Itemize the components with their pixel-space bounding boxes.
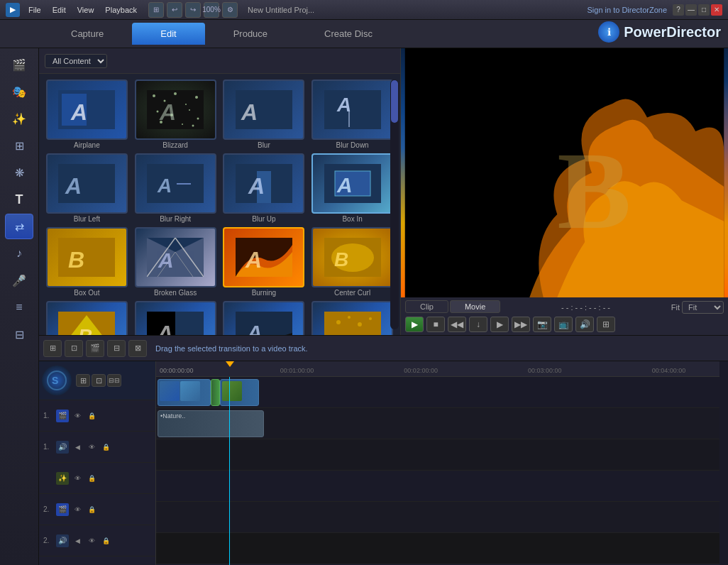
track-header-text: T 🔒 xyxy=(39,556,155,565)
track-mute-2a[interactable]: 👁 xyxy=(86,535,97,547)
tab-edit[interactable]: Edit xyxy=(132,23,204,45)
preview-tv-btn[interactable]: 📺 xyxy=(554,317,573,332)
sidebar-btn-title[interactable]: T xyxy=(5,187,33,212)
transition-blur-down[interactable]: A Blur Down xyxy=(310,79,395,149)
track-eye-fx[interactable]: 👁 xyxy=(72,473,83,484)
sidebar-btn-transitions[interactable]: ⇄ xyxy=(5,214,33,239)
preview-play-btn[interactable]: ▶ xyxy=(405,317,424,332)
transition-broken-glass[interactable]: A Broken Glass xyxy=(133,227,218,297)
minimize-btn[interactable]: — xyxy=(685,4,697,16)
sidebar-btn-room[interactable]: 🎭 xyxy=(5,79,33,104)
track-eye-1v[interactable]: 👁 xyxy=(72,410,83,422)
sign-in-link[interactable]: Sign in to DirectorZone xyxy=(588,6,668,14)
track-eye-2a[interactable]: ◀ xyxy=(72,535,83,547)
menu-file[interactable]: File xyxy=(24,4,45,16)
track-lock-fx[interactable]: 🔒 xyxy=(86,473,97,484)
clip-1a[interactable] xyxy=(158,379,211,406)
preview-next-frame-btn[interactable]: ▶ xyxy=(490,317,509,332)
transition-airplane[interactable]: A Airplane xyxy=(45,79,129,149)
timeline-tool-btns: ⊞ ⊡ ⊟⊟ xyxy=(76,374,121,387)
sidebar-btn-pip[interactable]: ⊞ xyxy=(5,133,33,158)
track-eye-2v[interactable]: 👁 xyxy=(72,504,83,515)
transition-item-16[interactable] xyxy=(310,301,395,335)
transitions-scroll: A Airplane xyxy=(39,74,400,335)
v-scrollbar[interactable] xyxy=(719,361,728,565)
transition-item-15[interactable]: A xyxy=(222,301,307,335)
tl-btn-2[interactable]: ⊡ xyxy=(65,340,83,357)
preview-prev-btn[interactable]: ◀◀ xyxy=(448,317,466,332)
track-lock-1v[interactable]: 🔒 xyxy=(86,410,97,422)
transition-box-in[interactable]: A Box In xyxy=(310,153,395,223)
track-mute-1a[interactable]: 👁 xyxy=(86,441,97,453)
toolbar-btn-1[interactable]: ⊞ xyxy=(148,2,164,18)
preview-audio-btn[interactable]: 🔊 xyxy=(575,317,594,332)
transition-blizzard[interactable]: A Blizzard xyxy=(133,79,218,149)
svg-rect-56 xyxy=(324,312,381,335)
track-num-2v: 2. xyxy=(43,505,53,513)
maximize-btn[interactable]: □ xyxy=(698,4,710,16)
tab-capture[interactable]: Capture xyxy=(43,23,132,45)
transition-item-14[interactable]: A xyxy=(133,301,218,335)
filter-select[interactable]: All Content 2D 3D Special xyxy=(45,54,107,68)
menu-edit[interactable]: Edit xyxy=(48,4,70,16)
clip-thumb-3a xyxy=(222,381,242,401)
clip-1b[interactable] xyxy=(220,379,259,406)
tl-btn-4[interactable]: ⊟ xyxy=(107,340,126,357)
svg-rect-19 xyxy=(324,90,381,129)
tl-btn-3[interactable]: 🎬 xyxy=(86,340,104,357)
transition-blur-left[interactable]: A Blur Left xyxy=(45,153,129,223)
sidebar-btn-voiceover[interactable]: 🎤 xyxy=(5,268,33,293)
transition-item-13[interactable]: B xyxy=(45,301,129,335)
sidebar-btn-effects[interactable]: ✨ xyxy=(5,106,33,131)
tab-produce[interactable]: Produce xyxy=(205,23,296,45)
sidebar-btn-media[interactable]: 🎬 xyxy=(5,52,33,77)
transition-burning[interactable]: A Burning xyxy=(222,227,307,297)
preview-tab-movie[interactable]: Movie xyxy=(450,300,500,313)
svg-point-57 xyxy=(336,320,341,324)
sidebar-btn-audio[interactable]: ♪ xyxy=(5,241,33,266)
toolbar-btn-4[interactable]: 100% xyxy=(204,2,219,18)
clip-audio-1[interactable]: •Nature.. xyxy=(158,410,264,437)
sidebar-btn-chapters[interactable]: ⊟ xyxy=(5,322,33,347)
tl-btn-5[interactable]: ⊠ xyxy=(128,340,147,357)
tl-btn-1[interactable]: ⊞ xyxy=(43,340,62,357)
svg-text:A: A xyxy=(336,173,353,197)
menu-playback[interactable]: Playback xyxy=(101,4,141,16)
close-btn[interactable]: ✕ xyxy=(711,4,722,16)
transition-label-blur-right: Blur Right xyxy=(160,215,191,223)
tl-tool-3[interactable]: ⊟⊟ xyxy=(107,374,121,387)
preview-tab-clip[interactable]: Clip xyxy=(405,300,448,313)
preview-buttons: ▶ ■ ◀◀ ↓ ▶ ▶▶ 📷 📺 🔊 ⊞ xyxy=(405,317,724,332)
drag-hint: Drag the selected transition to a video … xyxy=(155,344,308,353)
tl-tool-2[interactable]: ⊡ xyxy=(92,374,106,387)
clip-transition-1[interactable] xyxy=(211,379,220,406)
tl-tool-1[interactable]: ⊞ xyxy=(76,374,90,387)
transition-blur[interactable]: A Blur xyxy=(222,79,307,149)
transition-blur-right[interactable]: A Blur Right xyxy=(133,153,218,223)
help-btn[interactable]: ? xyxy=(673,4,684,16)
track-eye-1a[interactable]: ◀ xyxy=(72,441,83,453)
preview-snapshot-btn[interactable]: 📷 xyxy=(533,317,551,332)
toolbar-btn-5[interactable]: ⚙ xyxy=(222,2,238,18)
transition-center-curl[interactable]: B Center Curl xyxy=(310,227,395,297)
transition-blur-up[interactable]: A Blur Up xyxy=(222,153,307,223)
sidebar-btn-particles[interactable]: ❋ xyxy=(5,160,33,185)
transitions-scrollbar[interactable] xyxy=(390,79,399,329)
toolbar-btn-2[interactable]: ↩ xyxy=(167,2,182,18)
sidebar-btn-subtitle[interactable]: ≡ xyxy=(5,295,33,320)
track-lock-1a[interactable]: 🔒 xyxy=(100,441,111,453)
tab-create-disc[interactable]: Create Disc xyxy=(296,23,401,45)
menu-view[interactable]: View xyxy=(73,4,99,16)
preview-export-btn[interactable]: ↓ xyxy=(469,317,487,332)
ruler-mark-2: 00:02:00:00 xyxy=(404,367,438,374)
transition-box-out[interactable]: B Box Out xyxy=(45,227,129,297)
preview-fit-select[interactable]: Fit100%75% xyxy=(682,301,724,314)
track-lock-2v[interactable]: 🔒 xyxy=(86,504,97,515)
preview-ff-btn[interactable]: ▶▶ xyxy=(512,317,530,332)
toolbar-btn-3[interactable]: ↪ xyxy=(185,2,201,18)
track-lock-2a[interactable]: 🔒 xyxy=(100,535,111,547)
preview-stop-btn[interactable]: ■ xyxy=(426,317,445,332)
preview-controls: Clip Movie - - : - - : - - : - - Fit Fit… xyxy=(401,297,728,335)
preview-settings-btn[interactable]: ⊞ xyxy=(597,317,615,332)
svg-text:A: A xyxy=(248,173,265,199)
